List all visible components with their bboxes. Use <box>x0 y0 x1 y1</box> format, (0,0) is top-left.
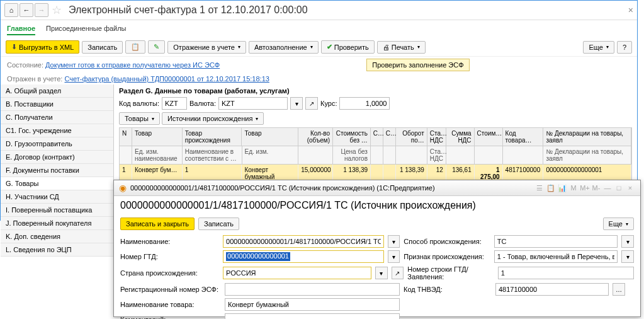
status-row: Состояние: Документ готов к отправке пол… <box>1 57 637 73</box>
line-input[interactable] <box>498 267 634 279</box>
status-link[interactable]: Документ готов к отправке получателю чер… <box>45 61 220 69</box>
maximize-icon[interactable]: □ <box>614 183 624 193</box>
reflect-button[interactable]: Отражение в учете▾ <box>167 41 246 54</box>
tool-icon[interactable]: 📊 <box>557 183 567 193</box>
currency-label: Валюта: <box>189 100 216 107</box>
gtd-label: Номер ГТД: <box>120 253 219 260</box>
origin-dialog: ◉ 0000000000000001/1/4817100000/РОССИЯ/1… <box>113 180 641 317</box>
currency-open-icon[interactable]: ↗ <box>305 97 318 110</box>
drop-icon[interactable]: ▾ <box>388 235 400 248</box>
line-label: Номер строки ГТД/Заявления: <box>407 265 494 281</box>
name-label: Наименование: <box>120 238 219 245</box>
drop-icon[interactable]: ▾ <box>621 235 634 248</box>
reflect-row: Отражен в учете: Счет-фактура (выданный)… <box>1 73 637 84</box>
close-icon[interactable]: × <box>628 5 633 15</box>
sign-label: Признак происхождения: <box>404 253 490 260</box>
reflect-link[interactable]: Счет-фактура (выданный) ТДП00000001 от 1… <box>64 75 269 83</box>
dialog-more-button[interactable]: Еще▾ <box>603 218 634 230</box>
reg-input[interactable] <box>225 283 400 296</box>
sign-input[interactable] <box>494 250 618 263</box>
tab-main[interactable]: Главное <box>7 23 35 35</box>
comment-input[interactable] <box>225 313 400 319</box>
open-icon[interactable]: ↗ <box>392 267 404 279</box>
panel-title: Раздел G. Данные по товарам (работам, ус… <box>119 87 632 95</box>
tnved-label: Код ТНВЭД: <box>404 286 492 293</box>
method-label: Способ происхождения: <box>404 238 490 245</box>
drop-icon[interactable]: ▾ <box>375 267 388 279</box>
more-button[interactable]: Еще▾ <box>583 41 614 54</box>
autofill-button[interactable]: Автозаполнение▾ <box>249 41 319 54</box>
dialog-title-text: 0000000000000001/1/4817100000/РОССИЯ/1 Т… <box>130 184 435 192</box>
edit-button[interactable]: ✎ <box>148 40 165 54</box>
tool-icon[interactable]: M <box>568 183 579 193</box>
name-input[interactable] <box>223 235 383 248</box>
tool-icon[interactable]: 📋 <box>546 183 556 193</box>
currency-code-input[interactable] <box>162 97 187 110</box>
sidebar-item[interactable]: K. Доп. сведения <box>1 230 113 243</box>
check-fill-banner[interactable]: Проверить заполнение ЭСФ <box>366 59 469 71</box>
sidebar-item[interactable]: D. Грузоотправитель <box>1 137 113 151</box>
print-button[interactable]: 🖨 Печать▾ <box>377 41 426 54</box>
section-sidebar: A. Общий разделB. ПоставщикиC. Получател… <box>1 84 114 223</box>
sidebar-item[interactable]: J. Поверенный покупателя <box>1 217 113 230</box>
tab-files[interactable]: Присоединенные файлы <box>46 23 126 34</box>
currency-input[interactable] <box>218 97 288 110</box>
sidebar-item[interactable]: C. Получатели <box>1 111 113 124</box>
help-button[interactable]: ? <box>617 41 632 54</box>
export-xml-button[interactable]: ⬇Выгрузить в XML <box>6 40 79 54</box>
method-input[interactable] <box>494 235 618 248</box>
tnved-input[interactable] <box>495 283 609 296</box>
sidebar-item[interactable]: G. Товары <box>1 177 113 190</box>
titlebar: ⌂ ← → ☆ Электронный счет-фактура 1 от 12… <box>1 1 637 20</box>
sidebar-item[interactable]: A. Общий раздел <box>1 84 113 98</box>
goods-name-label: Наименование товара: <box>120 301 221 308</box>
close-icon[interactable]: × <box>625 183 635 193</box>
rate-input[interactable] <box>339 97 390 110</box>
goods-name-input[interactable] <box>225 298 400 311</box>
sidebar-item[interactable]: C1. Гос. учреждение <box>1 124 113 137</box>
sidebar-item[interactable]: I. Поверенный поставщика <box>1 204 113 217</box>
tool-icon[interactable]: M+ <box>580 183 590 193</box>
comment-label: Комментарий: <box>120 316 221 319</box>
drop-icon[interactable]: ▾ <box>388 250 400 263</box>
dialog-save-button[interactable]: Записать <box>198 218 239 230</box>
page-title: Электронный счет-фактура 1 от 12.10.2017… <box>69 4 308 16</box>
sidebar-item[interactable]: L. Сведения по ЭЦП <box>1 243 113 257</box>
sidebar-item[interactable]: H. Участники СД <box>1 190 113 204</box>
tool-icon[interactable]: ☰ <box>534 183 545 193</box>
sidebar-item[interactable]: B. Поставщики <box>1 98 113 111</box>
country-input[interactable] <box>223 267 371 279</box>
forward-button[interactable]: → <box>35 3 48 17</box>
rate-label: Курс: <box>320 100 337 107</box>
app-icon: ◉ <box>119 183 127 193</box>
sidebar-item[interactable]: F. Документы поставки <box>1 164 113 177</box>
view-tabs: Главное Присоединенные файлы <box>1 20 637 38</box>
save-button[interactable]: Записать <box>82 41 123 54</box>
currency-drop-icon[interactable]: ▾ <box>290 97 303 110</box>
drop-icon[interactable]: ▾ <box>621 250 634 263</box>
gtd-input[interactable]: 0000000000000001 <box>223 250 383 263</box>
copy-button[interactable]: 📋 <box>125 40 145 54</box>
toolbar: ⬇Выгрузить в XML Записать 📋 ✎ Отражение … <box>1 38 637 57</box>
back-button[interactable]: ← <box>20 3 33 17</box>
sources-tab-button[interactable]: Источники происхождения▾ <box>162 112 264 125</box>
home-button[interactable]: ⌂ <box>4 3 18 17</box>
tool-icon[interactable]: M- <box>591 183 601 193</box>
star-icon[interactable]: ☆ <box>50 3 64 17</box>
goods-tab-button[interactable]: Товары▾ <box>119 112 160 125</box>
currency-code-label: Код валюты: <box>119 100 159 107</box>
country-label: Страна происхождения: <box>120 269 219 277</box>
check-button[interactable]: ✔Проверить <box>321 40 375 54</box>
browse-icon[interactable]: … <box>613 283 625 296</box>
minimize-icon[interactable]: — <box>602 183 613 193</box>
dialog-titlebar: ◉ 0000000000000001/1/4817100000/РОССИЯ/1… <box>114 180 640 196</box>
sidebar-item[interactable]: E. Договор (контракт) <box>1 151 113 164</box>
save-close-button[interactable]: Записать и закрыть <box>120 218 195 230</box>
reg-label: Регистрационный номер ЭСФ: <box>120 286 221 293</box>
dialog-heading: 0000000000000001/1/4817100000/РОССИЯ/1 Т… <box>114 196 640 215</box>
